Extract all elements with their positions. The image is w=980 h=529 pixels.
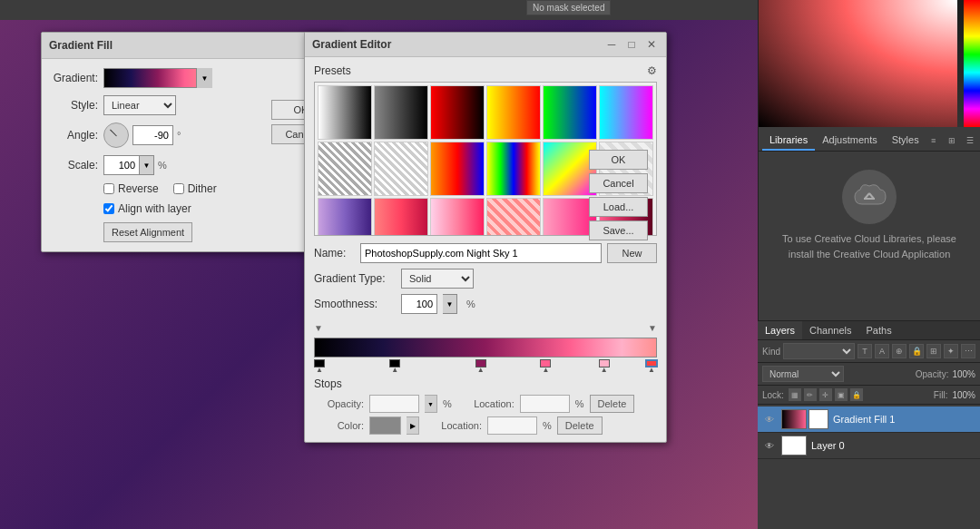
gradient-dropdown-arrow[interactable]: ▼ [196,68,212,88]
panel-list-icon[interactable]: ☰ [963,133,977,148]
gradient-type-select[interactable]: Solid [401,269,474,289]
tab-styles[interactable]: Styles [885,131,926,151]
color-stop-5[interactable] [646,359,657,374]
gradient-fill-title: Gradient Fill [49,39,113,52]
align-checkbox[interactable] [103,203,114,214]
reset-alignment-button[interactable]: Reset Alignment [103,222,192,242]
location-stop-input-2[interactable] [487,416,537,435]
tab-paths[interactable]: Paths [859,321,899,339]
preset-swatch-2[interactable] [430,85,485,140]
smoothness-percent: % [466,299,475,309]
preset-swatch-5[interactable] [599,85,653,140]
smoothness-stepper[interactable]: ▼ [443,294,457,314]
scale-stepper[interactable]: ▼ [140,155,154,175]
preset-swatch-14[interactable] [430,198,485,236]
layer-ctrl-3[interactable]: ⊕ [892,344,906,358]
gradient-bar[interactable] [314,338,657,358]
color-stop-3[interactable] [540,359,551,374]
location-stop-input-1[interactable] [520,395,570,413]
preset-swatch-9[interactable] [486,142,541,196]
panel-tabs: Libraries Adjustments Styles ≡ ⊞ ☰ [759,131,980,152]
tab-layers[interactable]: Layers [758,321,802,339]
scale-row: Scale: ▼ % [53,155,328,175]
ge-save-button[interactable]: Save... [589,220,648,240]
opacity-stop-left[interactable] [314,321,323,334]
tab-adjustments[interactable]: Adjustments [815,131,885,151]
preset-swatch-6[interactable] [318,142,372,196]
presets-gear-icon[interactable]: ⚙ [647,64,657,77]
layer-ctrl-7[interactable]: ⋯ [961,344,975,358]
tab-channels[interactable]: Channels [802,321,858,339]
color-swatch[interactable] [369,416,401,435]
layer-eye-2[interactable]: 👁 [762,438,777,453]
gradient-preview-container[interactable]: ▼ [103,68,212,88]
angle-input[interactable] [132,125,173,145]
delete-stop-button-1[interactable]: Delete [590,395,635,413]
layer-ctrl-1[interactable]: T [858,344,872,358]
layer-item-gradient-fill[interactable]: 👁 Gradient Fill 1 [758,407,980,433]
delete-stop-button-2[interactable]: Delete [557,416,603,435]
color-spectrum[interactable] [964,0,980,127]
reverse-checkbox[interactable] [103,183,114,194]
scale-input[interactable] [103,155,140,175]
color-stop-1[interactable] [389,359,400,374]
color-picker-area[interactable] [759,0,980,127]
preset-swatch-4[interactable] [543,85,597,140]
preset-swatch-0[interactable] [318,85,372,140]
location-stop-label-2: Location: [432,420,482,431]
layer-ctrl-6[interactable]: ✦ [944,344,958,358]
reverse-checkbox-label[interactable]: Reverse [103,182,159,195]
angle-container: ° [103,122,181,148]
color-stop-0[interactable] [314,359,325,374]
gradient-editor-body: Presets ⚙ OK Cancel Load... Save... Name… [305,57,666,442]
style-select[interactable]: Linear [103,95,176,115]
angle-dial[interactable] [103,122,129,148]
preset-swatch-3[interactable] [486,85,541,140]
top-toolbar: No mask selected [0,0,758,20]
preset-swatch-15[interactable] [486,198,541,236]
lock-all-icon[interactable]: 🔒 [850,388,863,401]
ge-maximize-icon[interactable]: □ [624,38,639,51]
opacity-stop-right[interactable] [648,321,657,334]
ge-minimize-icon[interactable]: ─ [604,38,619,51]
preset-swatch-8[interactable] [430,142,485,196]
name-label: Name: [314,247,355,260]
tab-libraries[interactable]: Libraries [762,131,815,151]
layer-ctrl-2[interactable]: A [875,344,889,358]
gradient-name-input[interactable] [360,243,602,263]
ge-close-icon[interactable]: ✕ [644,38,659,51]
layer-eye-1[interactable]: 👁 [762,412,777,426]
lock-transparent-icon[interactable]: ▦ [789,388,801,401]
align-checkbox-label[interactable]: Align with layer [103,202,191,215]
lock-paint-icon[interactable]: ✏ [804,388,817,401]
layer-ctrl-5[interactable]: ⊞ [926,344,941,358]
color-stop-4[interactable] [599,359,610,374]
panel-grid-icon[interactable]: ⊞ [945,133,959,148]
preset-swatch-12[interactable] [318,198,372,236]
layer-ctrl-4[interactable]: 🔒 [909,344,924,358]
dither-checkbox-label[interactable]: Dither [173,182,217,195]
opacity-stop-stepper[interactable]: ▼ [425,395,437,413]
smoothness-input[interactable] [401,294,437,314]
dither-checkbox[interactable] [173,183,184,194]
layer-thumb-white [781,436,807,456]
opacity-stop-input[interactable] [369,395,419,413]
ge-ok-button[interactable]: OK [589,150,648,170]
layer-item-0[interactable]: 👁 Layer 0 [758,433,980,459]
preset-swatch-13[interactable] [374,198,428,236]
panel-menu-icon[interactable]: ≡ [926,133,941,148]
lock-row: Lock: ▦ ✏ ✛ ▣ 🔒 Fill: 100% [758,386,980,405]
color-swatch-arrow[interactable]: ▶ [407,416,419,435]
presets-header: Presets ⚙ [314,64,657,77]
preset-swatch-1[interactable] [374,85,428,140]
lock-artboard-icon[interactable]: ▣ [835,388,848,401]
preset-swatch-7[interactable] [374,142,428,196]
ge-cancel-button[interactable]: Cancel [589,173,648,193]
kind-select[interactable] [783,343,855,359]
new-button[interactable]: New [607,243,657,263]
color-stop-2[interactable]: .stop-marker:nth-of-type(3)::before { ba… [475,359,486,374]
ge-load-button[interactable]: Load... [589,197,648,217]
smoothness-row: Smoothness: ▼ % [314,294,657,314]
lock-position-icon[interactable]: ✛ [819,388,832,401]
blend-mode-select[interactable]: Normal [762,366,844,382]
